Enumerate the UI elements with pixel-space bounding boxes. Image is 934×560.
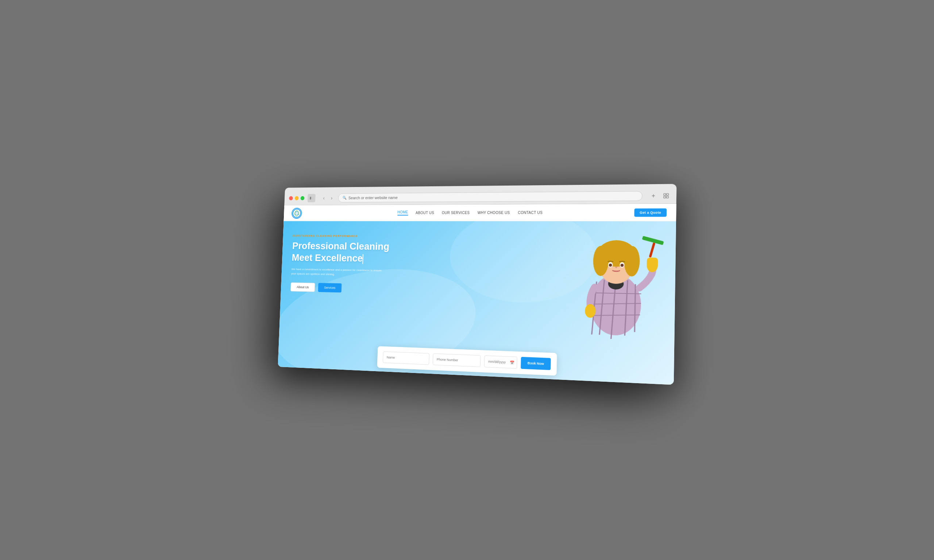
- services-button[interactable]: Services: [318, 283, 342, 292]
- browser-chrome: ‹ › 🔍 Search or enter website name +: [284, 184, 677, 205]
- traffic-lights: [289, 196, 305, 200]
- sidebar-toggle-button[interactable]: [308, 194, 316, 202]
- get-quote-button[interactable]: Get a Quote: [634, 208, 667, 217]
- address-bar[interactable]: 🔍 Search or enter website name: [338, 191, 643, 202]
- nav-about[interactable]: ABOUT US: [416, 211, 434, 215]
- logo-area: 100% CLEAN: [291, 208, 318, 218]
- new-tab-button[interactable]: +: [649, 191, 658, 200]
- minimize-button[interactable]: [295, 196, 299, 200]
- browser-nav-buttons: ‹ ›: [321, 194, 335, 202]
- date-field-wrapper: 📅: [484, 355, 517, 369]
- forward-button[interactable]: ›: [328, 194, 335, 202]
- hero-section: OUTSTANDING CLEANING PERFORMANCE Profess…: [278, 221, 677, 385]
- book-now-button[interactable]: Book Now: [521, 357, 551, 370]
- close-button[interactable]: [289, 196, 293, 200]
- nav-services[interactable]: OUR SERVICES: [442, 211, 470, 215]
- svg-rect-1: [312, 197, 313, 199]
- nav-home[interactable]: HOME: [397, 210, 408, 216]
- calendar-icon: 📅: [510, 360, 514, 365]
- website-content: 100% CLEAN HOME ABOUT US OUR SERVICES WH…: [278, 204, 677, 385]
- svg-rect-29: [649, 242, 655, 258]
- address-bar-text: Search or enter website name: [348, 195, 398, 200]
- maximize-button[interactable]: [301, 196, 305, 200]
- back-button[interactable]: ‹: [321, 194, 327, 202]
- name-input[interactable]: [383, 351, 429, 365]
- phone-input[interactable]: [433, 353, 481, 367]
- search-icon: 🔍: [342, 196, 347, 200]
- about-us-button[interactable]: About Us: [290, 282, 315, 292]
- svg-rect-5: [667, 196, 669, 198]
- browser-window: ‹ › 🔍 Search or enter website name +: [278, 184, 677, 385]
- hero-title-line1: Professional Cleaning: [292, 240, 390, 252]
- logo-icon: 100% CLEAN: [291, 208, 302, 218]
- svg-rect-2: [664, 193, 666, 195]
- svg-rect-4: [664, 196, 666, 198]
- hero-description: We have a commitment to excellence and a…: [291, 267, 384, 278]
- nav-why-choose[interactable]: WHY CHOOSE US: [478, 211, 510, 215]
- nav-links: HOME ABOUT US OUR SERVICES WHY CHOOSE US…: [324, 210, 626, 215]
- site-navigation: 100% CLEAN HOME ABOUT US OUR SERVICES WH…: [284, 204, 677, 221]
- nav-contact[interactable]: CONTACT US: [518, 211, 543, 215]
- tab-overview-button[interactable]: [661, 191, 670, 200]
- svg-rect-0: [310, 197, 311, 199]
- svg-rect-28: [647, 257, 658, 267]
- svg-text:100%: 100%: [295, 211, 299, 213]
- hero-person-image: [564, 221, 668, 365]
- tab-controls: +: [649, 191, 671, 200]
- hero-title-line2: Meet Excellence: [291, 252, 363, 264]
- svg-text:CLEAN: CLEAN: [294, 213, 299, 215]
- svg-line-14: [635, 284, 635, 332]
- svg-rect-3: [667, 193, 669, 195]
